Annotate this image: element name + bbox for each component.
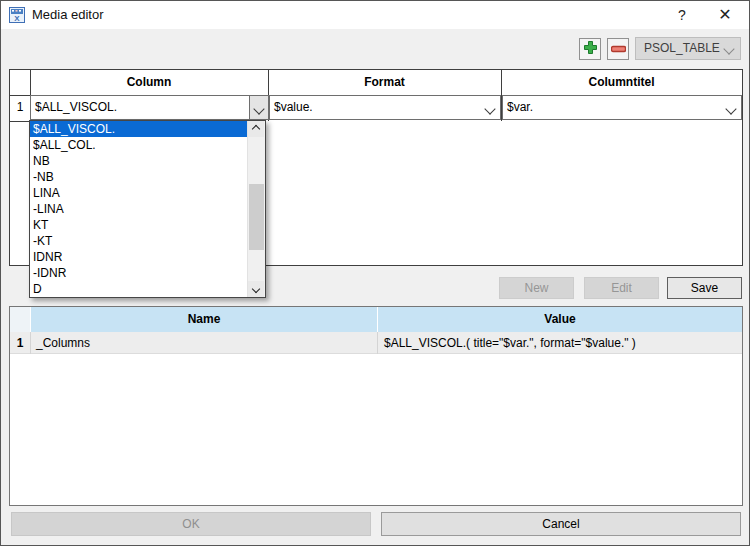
remove-row-button[interactable] bbox=[607, 38, 629, 60]
grid-line bbox=[377, 332, 378, 354]
row-number: 1 bbox=[10, 95, 30, 120]
chevron-up-icon bbox=[252, 125, 260, 133]
grid-line bbox=[10, 121, 30, 122]
scrollbar-thumb[interactable] bbox=[249, 184, 264, 250]
add-row-button[interactable] bbox=[579, 38, 601, 60]
dropdown-item[interactable]: $ALL_VISCOL. bbox=[30, 121, 248, 137]
prop-name-cell[interactable]: _Columns bbox=[31, 332, 376, 354]
minus-icon bbox=[611, 42, 626, 56]
dropdown-item[interactable]: KT bbox=[30, 217, 248, 233]
dropdown-item[interactable]: D bbox=[30, 281, 248, 297]
ok-button[interactable]: OK bbox=[11, 512, 371, 536]
scroll-down-button[interactable] bbox=[248, 281, 264, 297]
media-editor-dialog: X Media editor ? ✕ PSOL_TABLE Column For… bbox=[0, 0, 750, 546]
window-title: Media editor bbox=[32, 1, 104, 29]
scroll-up-button[interactable] bbox=[248, 121, 264, 137]
dropdown-item[interactable]: -KT bbox=[30, 233, 248, 249]
columntitle-combobox[interactable]: $var. bbox=[502, 95, 742, 120]
save-button[interactable]: Save bbox=[667, 277, 742, 299]
new-button[interactable]: New bbox=[499, 277, 574, 299]
chevron-down-icon bbox=[252, 285, 260, 293]
column-header-format: Format bbox=[268, 70, 501, 95]
chevron-down-icon bbox=[725, 103, 736, 114]
dropdown-item[interactable]: LINA bbox=[30, 185, 248, 201]
dropdown-item[interactable]: -LINA bbox=[30, 201, 248, 217]
edit-button[interactable]: Edit bbox=[584, 277, 659, 299]
close-button[interactable]: ✕ bbox=[707, 1, 743, 29]
combobox-drop-button[interactable] bbox=[249, 96, 268, 119]
column-combobox-value: $ALL_VISCOL. bbox=[35, 100, 117, 114]
dropdown-item[interactable]: IDNR bbox=[30, 249, 248, 265]
chevron-down-icon bbox=[484, 103, 495, 114]
dropdown-item[interactable]: $ALL_COL. bbox=[30, 137, 248, 153]
dropdown-item[interactable]: NB bbox=[30, 153, 248, 169]
prop-value-cell[interactable]: $ALL_VISCOL.( title="$var.", format="$va… bbox=[378, 332, 738, 354]
column-dropdown-list: $ALL_VISCOL. $ALL_COL. NB -NB LINA -LINA… bbox=[29, 120, 266, 298]
title-bar: X Media editor ? ✕ bbox=[1, 1, 749, 29]
chevron-down-icon bbox=[723, 43, 734, 54]
column-combobox[interactable]: $ALL_VISCOL. bbox=[30, 95, 269, 120]
properties-grid: Name Value 1 _Columns $ALL_VISCOL.( titl… bbox=[9, 306, 743, 506]
grid-line bbox=[30, 332, 31, 354]
column-header-columntitle: Columntitel bbox=[501, 70, 742, 95]
props-header-value: Value bbox=[378, 307, 742, 332]
gutter-header bbox=[10, 307, 30, 332]
column-header-column: Column bbox=[30, 70, 268, 95]
dropdown-item[interactable]: -NB bbox=[30, 169, 248, 185]
cancel-button[interactable]: Cancel bbox=[381, 512, 741, 536]
table-type-value: PSOL_TABLE bbox=[644, 41, 720, 55]
chevron-down-icon bbox=[253, 103, 264, 114]
plus-icon bbox=[583, 40, 598, 58]
format-combobox[interactable]: $value. bbox=[269, 95, 501, 120]
props-header-name: Name bbox=[31, 307, 377, 332]
table-type-select[interactable]: PSOL_TABLE bbox=[635, 37, 741, 60]
format-combobox-value: $value. bbox=[274, 100, 313, 114]
columntitle-combobox-value: $var. bbox=[507, 100, 533, 114]
dropdown-item[interactable]: -IDNR bbox=[30, 265, 248, 281]
svg-text:X: X bbox=[14, 14, 20, 23]
dropdown-scrollbar[interactable] bbox=[247, 121, 265, 297]
row-number: 1 bbox=[10, 332, 30, 354]
help-button[interactable]: ? bbox=[667, 1, 697, 29]
app-icon: X bbox=[9, 7, 25, 23]
